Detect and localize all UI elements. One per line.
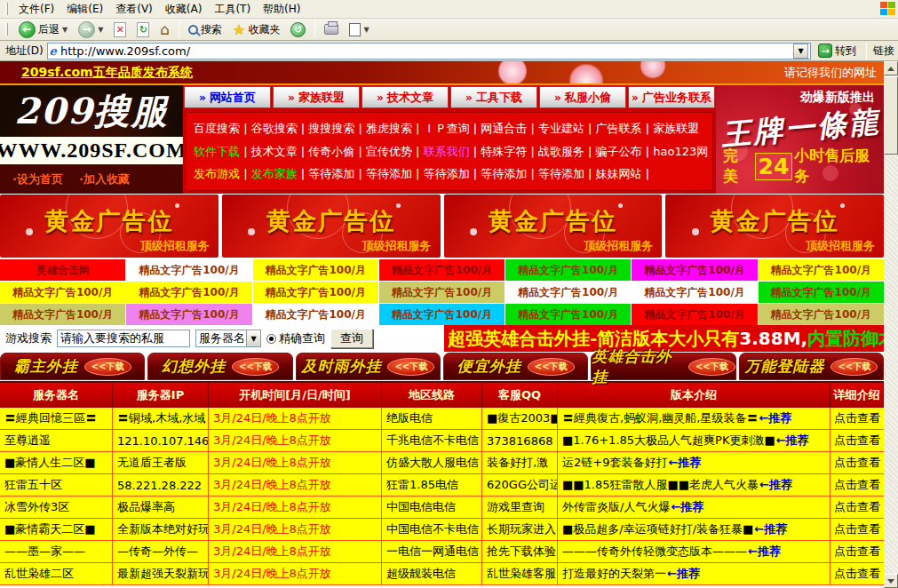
- address-dropdown-icon[interactable]: ▼: [793, 44, 808, 59]
- quick-link[interactable]: 技术文章: [251, 144, 309, 160]
- server-name-cell[interactable]: 乱世枭雄二区: [0, 563, 113, 584]
- go-button[interactable]: → 转到: [815, 43, 860, 60]
- browser-menu-item[interactable]: 工具(T): [208, 1, 257, 17]
- quick-link[interactable]: 发布家族: [251, 166, 309, 182]
- add-favorite-link[interactable]: ·加入收藏: [79, 171, 130, 187]
- server-name-cell[interactable]: 冰雪外传3区: [0, 497, 113, 518]
- exact-search-radio[interactable]: 精确查询: [266, 330, 325, 346]
- browser-menu-item[interactable]: 收藏(A): [159, 1, 209, 17]
- quick-link[interactable]: 特殊字符: [481, 144, 538, 160]
- quick-link[interactable]: 专业建站: [538, 121, 596, 137]
- quick-link[interactable]: 谷歌搜索: [251, 121, 309, 137]
- quick-link[interactable]: 等待添加: [538, 166, 596, 182]
- promo-banner[interactable]: 劲爆新版推出 王牌一條龍 完美24小时售后服务: [716, 85, 884, 194]
- gold-ad-banner[interactable]: 黄金广告位 顶级招租服务: [0, 195, 219, 258]
- select-dropdown-icon[interactable]: ▼: [246, 330, 260, 346]
- download-badge[interactable]: <<下载: [688, 358, 735, 376]
- quick-link[interactable]: 传奇小偷: [308, 144, 366, 160]
- text-ad-cell[interactable]: 精品文字广告100/月: [505, 259, 631, 281]
- print-button[interactable]: [320, 22, 343, 36]
- quick-link[interactable]: 软件下载: [194, 144, 251, 160]
- set-homepage-link[interactable]: ·设为首页: [12, 171, 63, 187]
- browser-menu-item[interactable]: 文件(F): [12, 1, 60, 17]
- home-button[interactable]: ⌂: [155, 19, 174, 40]
- text-ad-cell[interactable]: 精品文字广告100/月: [505, 282, 631, 303]
- site-logo[interactable]: 209搜服: [0, 85, 183, 137]
- text-ad-cell[interactable]: 精品文字广告100/月: [632, 259, 757, 281]
- gold-ad-banner[interactable]: 黄金广告位 顶级招租服务: [665, 195, 884, 258]
- quick-link[interactable]: 家族联盟: [653, 121, 699, 137]
- detail-link[interactable]: 点击查看: [830, 519, 884, 540]
- hack-download-tab[interactable]: 便宜外挂 <<下载: [443, 353, 588, 380]
- radio-icon[interactable]: [266, 334, 276, 344]
- server-name-cell[interactable]: 〓經典回憶三區〓: [0, 408, 113, 429]
- server-name-cell[interactable]: 狂雷五十区: [0, 474, 113, 496]
- forward-dropdown-icon[interactable]: ▼: [98, 26, 103, 34]
- site-url-text[interactable]: WWW.209SF.COM: [0, 137, 183, 164]
- detail-link[interactable]: 点击查看: [830, 452, 884, 473]
- text-ad-cell[interactable]: 精品文字广告100/月: [126, 259, 251, 281]
- detail-link[interactable]: 点击查看: [830, 497, 884, 518]
- detail-link[interactable]: 点击查看: [830, 563, 884, 584]
- download-badge[interactable]: <<下载: [528, 358, 575, 376]
- nav-tab[interactable]: »网站首页: [184, 86, 271, 108]
- edit-dropdown-icon[interactable]: ▼: [363, 26, 369, 34]
- gold-ad-banner[interactable]: 黄金广告位 顶级招租服务: [222, 195, 441, 258]
- hack-download-tab[interactable]: 万能登陆器 <<下载: [739, 353, 884, 380]
- server-name-cell[interactable]: ■豪情霸天二区■: [0, 519, 113, 540]
- text-ad-cell[interactable]: 精品文字广告100/月: [759, 259, 884, 281]
- hack-download-tab[interactable]: 霸主外挂 <<下载: [0, 353, 145, 380]
- text-ad-cell[interactable]: 精品文字广告100/月: [759, 304, 884, 325]
- forward-button[interactable]: → ▼: [74, 20, 107, 40]
- quick-link[interactable]: ＩＰ查询: [424, 121, 481, 137]
- detail-link[interactable]: 点击查看: [830, 408, 884, 429]
- back-dropdown-icon[interactable]: ▼: [62, 26, 68, 34]
- query-button[interactable]: 查询: [330, 329, 373, 348]
- hack-download-tab[interactable]: 幻想外挂 <<下载: [147, 353, 292, 380]
- quick-link[interactable]: 宣传优势: [366, 144, 424, 160]
- quick-link[interactable]: 妹妹网站: [596, 166, 654, 182]
- refresh-button[interactable]: ↻: [132, 20, 154, 39]
- scroll-up-button[interactable]: [884, 61, 898, 75]
- text-ad-cell[interactable]: 精品文字广告100/月: [0, 304, 125, 325]
- back-button[interactable]: ← 后退 ▼: [14, 20, 72, 40]
- text-ad-cell[interactable]: 精品文字广告100/月: [505, 304, 631, 325]
- history-button[interactable]: ↺: [286, 20, 310, 39]
- detail-link[interactable]: 点击查看: [830, 474, 884, 496]
- text-ad-cell[interactable]: 英雄合击网: [0, 259, 125, 281]
- quick-link[interactable]: 广告联系: [596, 121, 654, 137]
- text-ad-cell[interactable]: 精品文字广告100/月: [379, 304, 505, 325]
- address-input[interactable]: e http://www.209sf.com/ ▼: [47, 43, 811, 60]
- scroll-down-button[interactable]: [884, 574, 898, 588]
- text-ad-cell[interactable]: 精品文字广告100/月: [253, 282, 378, 303]
- text-ad-cell[interactable]: 精品文字广告100/月: [379, 282, 505, 303]
- server-name-cell[interactable]: ■豪情人生二区■: [0, 452, 113, 473]
- text-ad-cell[interactable]: 精品文字广告100/月: [632, 304, 757, 325]
- favorites-button[interactable]: ★ 收藏夹: [228, 20, 284, 40]
- hack-download-tab[interactable]: 英雄合击外挂 <<下载: [591, 353, 735, 380]
- game-search-input[interactable]: [57, 330, 190, 347]
- browser-menu-item[interactable]: 编辑(E): [60, 1, 109, 17]
- download-badge[interactable]: <<下载: [84, 358, 131, 376]
- browser-menu-item[interactable]: 帮助(H): [257, 1, 306, 17]
- browser-menu-item[interactable]: 查看(V): [109, 1, 159, 17]
- edit-button[interactable]: ▼: [345, 21, 373, 38]
- search-button[interactable]: 搜索: [184, 20, 226, 39]
- links-label[interactable]: 链接: [873, 44, 894, 59]
- detail-link[interactable]: 点击查看: [830, 541, 884, 562]
- text-ad-cell[interactable]: 精品文字广告100/月: [253, 259, 378, 281]
- quick-link[interactable]: 等待添加: [366, 166, 424, 182]
- scrollbar-thumb[interactable]: [884, 76, 898, 155]
- site-slogan-link[interactable]: 209sf.com五年品质发布系统: [21, 65, 193, 81]
- quick-link[interactable]: 骗子公布: [596, 144, 654, 160]
- download-badge[interactable]: <<下载: [830, 358, 878, 376]
- stop-button[interactable]: ✕: [109, 20, 131, 39]
- text-ad-cell[interactable]: 精品文字广告100/月: [759, 282, 884, 303]
- text-ad-cell[interactable]: 精品文字广告100/月: [0, 282, 125, 303]
- download-badge[interactable]: <<下载: [232, 358, 279, 376]
- server-name-cell[interactable]: ——墨—家——: [0, 541, 113, 562]
- nav-tab[interactable]: »私服小偷: [539, 86, 626, 108]
- quick-link[interactable]: 联系我们: [424, 144, 481, 160]
- quick-link[interactable]: 等待添加: [481, 166, 538, 182]
- nav-tab[interactable]: »广告业务联系: [628, 86, 715, 108]
